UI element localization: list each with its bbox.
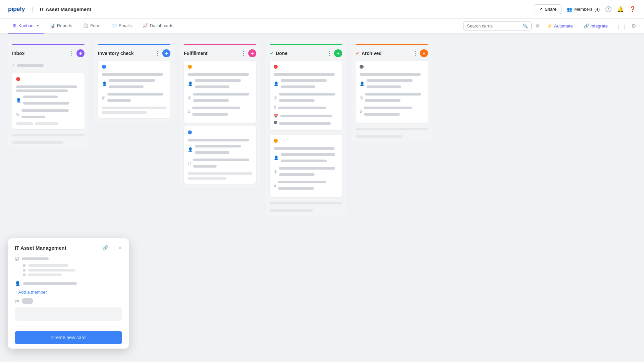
column-fulfillment: Fulfillment ⋮ + 👤 ◎	[180, 40, 260, 188]
card-line	[193, 99, 229, 102]
card-money-row: $	[274, 179, 338, 191]
card-person-row: 👤	[274, 152, 338, 164]
archived-menu[interactable]: ⋮	[413, 50, 418, 57]
col-placeholder	[270, 202, 342, 204]
card-line	[107, 93, 163, 96]
automate-icon: ⚡	[547, 23, 552, 28]
card-money-row: $	[360, 105, 424, 117]
card-indicator	[274, 65, 278, 69]
panel-menu-icon[interactable]: ⋮	[111, 245, 115, 250]
inventory-menu[interactable]: ⋮	[155, 50, 160, 57]
card-line	[109, 85, 144, 88]
grid-icon[interactable]: ⋮⋮	[615, 22, 627, 30]
settings-icon[interactable]: ⚙	[631, 23, 636, 29]
add-member-label: + Add a member	[15, 290, 47, 295]
col-placeholder	[356, 128, 428, 130]
table-row[interactable]: 👤 ◎ $	[356, 61, 428, 123]
card-bottom-line	[188, 177, 226, 180]
card-line	[21, 109, 69, 112]
card-line	[279, 99, 315, 102]
table-row[interactable]: 👤 ◎	[184, 126, 256, 184]
fulfillment-actions: ⋮ +	[241, 49, 256, 57]
done-title: ✓ Done	[270, 51, 287, 56]
table-row[interactable]: 👤 ◎ $ 📅	[270, 61, 342, 130]
done-menu[interactable]: ⋮	[327, 50, 332, 57]
card-line	[195, 79, 241, 82]
help-icon[interactable]: ❓	[629, 6, 636, 12]
kanban-dropdown[interactable]: ▾	[37, 23, 39, 28]
inbox-title: Inbox	[12, 51, 24, 56]
panel-text-area[interactable]	[15, 307, 122, 321]
tab-reports[interactable]: 📊 Reports	[45, 19, 77, 34]
radio-icon: ◎	[188, 95, 191, 100]
search-box[interactable]: 🔍	[463, 21, 532, 31]
done-add-button[interactable]: +	[334, 49, 342, 57]
card-bottom-line	[102, 111, 147, 114]
clock-icon[interactable]: 🕐	[605, 6, 612, 12]
sub-dot	[23, 264, 25, 267]
panel-add-member[interactable]: + Add a member	[15, 290, 122, 295]
inbox-add-card[interactable]: +	[12, 61, 85, 70]
inbox-menu[interactable]: ⋮	[69, 50, 74, 57]
fulfillment-menu[interactable]: ⋮	[241, 50, 246, 57]
table-row[interactable]: 👤 ◎	[12, 73, 85, 129]
card-line	[188, 139, 249, 141]
radio-icon: ◎	[188, 161, 191, 166]
add-card-icon: +	[12, 63, 15, 68]
panel-toggle[interactable]	[22, 298, 33, 304]
dollar-icon: $	[274, 183, 276, 188]
card-line	[23, 102, 69, 105]
card-radio-row: ◎	[188, 92, 252, 103]
bell-icon[interactable]: 🔔	[617, 6, 624, 12]
panel-actions: 🔗 ⋮ ✕	[102, 245, 122, 250]
card-line	[365, 93, 421, 96]
card-line	[281, 153, 335, 156]
archived-add-button[interactable]: +	[420, 49, 428, 57]
card-line	[278, 181, 326, 183]
table-row[interactable]: 👤 ◎	[98, 61, 170, 118]
person-icon: 👤	[188, 147, 193, 152]
search-input[interactable]	[467, 23, 521, 28]
card-line	[193, 93, 249, 96]
topbar: pipefy | IT Asset Management ↗ Share 👥 M…	[0, 0, 644, 19]
card-radio-row: ◎	[274, 92, 338, 103]
create-new-card-button[interactable]: Create new card	[15, 331, 122, 344]
card-person-row: 👤	[188, 78, 252, 89]
card-line	[21, 116, 45, 118]
fulfillment-add-button[interactable]: +	[248, 49, 256, 57]
card-row-lines	[195, 143, 252, 155]
column-done: ✓ Done ⋮ + 👤 ◎	[266, 40, 346, 216]
subnav-left: ⊞ Kanban ▾ 📊 Reports 📋 Form ✉️ Emails 📈 …	[8, 19, 178, 34]
table-row[interactable]: 👤 ◎ $	[270, 135, 342, 197]
subnav-right: 🔍 ⚙ ⚡ Automate 🔗 Integrate ⋮⋮ ⚙	[463, 21, 636, 31]
inbox-add-button[interactable]: +	[76, 49, 85, 57]
divider: |	[32, 6, 33, 13]
fulfillment-header: Fulfillment ⋮ +	[184, 49, 256, 57]
card-tag-row	[274, 121, 338, 126]
link-icon[interactable]: 🔗	[102, 245, 108, 250]
tab-form[interactable]: 📋 Form	[78, 19, 105, 34]
integrate-button[interactable]: 🔗 Integrate	[580, 22, 611, 30]
panel-sub-items	[23, 264, 122, 276]
inbox-actions: ⋮ +	[69, 49, 85, 57]
close-icon[interactable]: ✕	[118, 245, 122, 250]
tab-emails[interactable]: ✉️ Emails	[107, 19, 137, 34]
panel-header: IT Asset Management 🔗 ⋮ ✕	[15, 245, 122, 251]
card-footer	[16, 122, 80, 125]
inventory-add-button[interactable]: +	[162, 49, 170, 57]
card-indicator	[274, 139, 278, 143]
column-inbox: Inbox ⋮ + + 👤 ◎	[8, 40, 89, 148]
filter-icon[interactable]: ⚙	[536, 23, 540, 28]
members-button[interactable]: 👥 Members (4)	[567, 7, 600, 12]
card-line	[280, 115, 332, 117]
automate-button[interactable]: ⚡ Automate	[544, 22, 576, 30]
card-line	[102, 73, 163, 76]
card-row-lines	[278, 179, 338, 191]
tab-dashboards[interactable]: 📈 Dashboards	[138, 19, 178, 34]
share-button[interactable]: ↗ Share	[534, 4, 561, 14]
table-row[interactable]: 👤 ◎ $	[184, 61, 256, 123]
card-line	[195, 85, 229, 88]
tab-kanban[interactable]: ⊞ Kanban ▾	[8, 19, 44, 34]
column-inventory: Inventory check ⋮ + 👤 ◎	[94, 40, 174, 122]
radio-icon: ◎	[274, 169, 277, 174]
